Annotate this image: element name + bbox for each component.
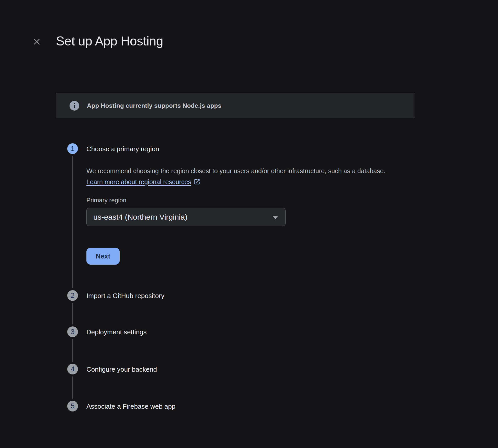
step-connector [72, 303, 73, 324]
banner-text: App Hosting currently supports Node.js a… [87, 102, 221, 109]
step-4-number: 4 [71, 365, 74, 373]
setup-app-hosting-dialog: Set up App Hosting i App Hosting current… [0, 0, 498, 448]
step-1-indicator: 1 [67, 143, 78, 154]
info-icon: i [70, 101, 79, 111]
step-3-number: 3 [71, 328, 74, 336]
step-4-indicator: 4 [67, 364, 78, 374]
step-5-title: Associate a Firebase web app [86, 402, 175, 410]
close-icon [32, 37, 42, 47]
next-button[interactable]: Next [86, 248, 120, 265]
step-1-header: 1 Choose a primary region [67, 143, 159, 154]
step-connector [72, 339, 73, 362]
step-4-header[interactable]: 4 Configure your backend [67, 364, 157, 374]
step-3-header[interactable]: 3 Deployment settings [67, 326, 147, 337]
info-banner: i App Hosting currently supports Node.js… [56, 93, 414, 118]
step-2-indicator: 2 [67, 290, 78, 301]
step-1-description-text: We recommend choosing the region closest… [86, 167, 386, 174]
primary-region-label: Primary region [86, 197, 126, 204]
step-1-description: We recommend choosing the region closest… [86, 166, 400, 188]
dropdown-arrow-icon [273, 216, 278, 219]
step-2-header[interactable]: 2 Import a GitHub repository [67, 290, 164, 301]
close-button[interactable] [30, 34, 44, 49]
step-connector [72, 376, 73, 399]
primary-region-select[interactable]: us-east4 (Northern Virginia) [86, 208, 286, 226]
step-connector [72, 156, 73, 288]
step-1-number: 1 [71, 145, 74, 153]
primary-region-value: us-east4 (Northern Virginia) [93, 213, 187, 221]
step-3-title: Deployment settings [86, 328, 147, 336]
step-3-indicator: 3 [67, 326, 78, 337]
step-5-number: 5 [71, 402, 74, 410]
step-5-indicator: 5 [67, 401, 78, 411]
step-5-header[interactable]: 5 Associate a Firebase web app [67, 401, 175, 411]
step-1-title: Choose a primary region [86, 145, 159, 153]
learn-more-link[interactable]: Learn more about regional resources [86, 178, 191, 185]
page-title: Set up App Hosting [56, 34, 163, 49]
step-2-number: 2 [71, 292, 74, 300]
step-4-title: Configure your backend [86, 365, 157, 373]
external-link-icon [194, 178, 200, 188]
step-2-title: Import a GitHub repository [86, 291, 164, 300]
